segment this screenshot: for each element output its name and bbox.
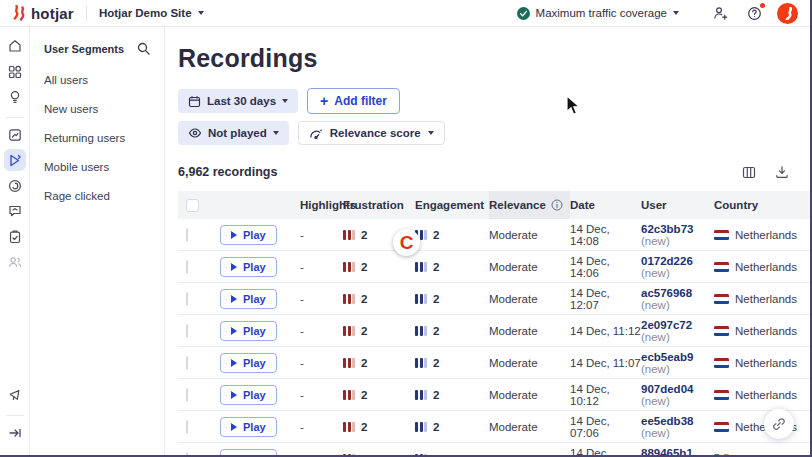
help-button[interactable]	[743, 2, 765, 24]
recordings-icon[interactable]	[4, 149, 26, 171]
frustration-cell: 2	[343, 389, 415, 401]
dashboards-icon[interactable]	[4, 61, 26, 83]
frustration-bars	[343, 262, 355, 272]
info-icon[interactable]	[551, 199, 563, 211]
nav-rail	[0, 27, 30, 455]
header-country[interactable]: Country	[714, 191, 810, 219]
share-link-button[interactable]	[764, 409, 794, 439]
trends-icon[interactable]	[4, 124, 26, 146]
frustration-cell: 2	[343, 293, 415, 305]
user-new-tag: (new)	[641, 395, 670, 407]
header-frustration[interactable]: Frustration	[343, 191, 415, 219]
row-checkbox[interactable]	[186, 388, 188, 402]
select-all-checkbox[interactable]	[186, 199, 199, 212]
user-link[interactable]: 889465b1	[641, 447, 693, 457]
download-icon[interactable]	[772, 162, 792, 182]
sidebar-segment-item[interactable]: New users	[30, 94, 164, 123]
user-new-tag: (new)	[641, 363, 670, 375]
add-filter-button[interactable]: + Add filter	[307, 88, 400, 114]
sidebar-segment-item[interactable]: Mobile users	[30, 152, 164, 181]
sidebar-segment-item[interactable]: Returning users	[30, 123, 164, 152]
brand-name: hotjar	[31, 5, 74, 22]
table-row[interactable]: Play - 2 2 Moderate 14 Dec, 12:07 ac5769…	[178, 283, 810, 315]
search-icon[interactable]	[137, 42, 150, 55]
engagement-cell: 2	[415, 453, 489, 457]
surveys-icon[interactable]	[4, 226, 26, 248]
header-relevance[interactable]: Relevance	[489, 191, 570, 219]
table-row[interactable]: Play - 2 2 Moderate 14 Dec, 07:06 ee5edb…	[178, 411, 810, 443]
user-link[interactable]: 0172d226	[641, 255, 693, 267]
feedback-icon[interactable]	[4, 200, 26, 222]
play-button[interactable]: Play	[220, 353, 277, 373]
avatar[interactable]	[777, 3, 798, 24]
play-button[interactable]: Play	[220, 385, 277, 405]
engagement-bars	[415, 326, 427, 336]
site-selector[interactable]: Hotjar Demo Site	[99, 7, 204, 19]
table-row[interactable]: Play - 2 2 Moderate 14 Dec, 11:12 2e097c…	[178, 315, 810, 347]
sort-by-dropdown[interactable]: Relevance score	[298, 121, 445, 145]
header-user[interactable]: User	[641, 191, 714, 219]
whats-new-icon[interactable]	[4, 384, 26, 406]
column-picker-icon[interactable]	[739, 162, 759, 182]
engagement-cell: 2	[415, 357, 489, 369]
table-row[interactable]: Play - 2 2 Moderate 14 Dec, 14:08 62c3bb…	[178, 219, 810, 251]
play-button[interactable]: Play	[220, 417, 277, 437]
row-checkbox[interactable]	[186, 324, 188, 338]
table-row[interactable]: Play - 2 2 Moderate 14 Dec, 14:06 0172d2…	[178, 251, 810, 283]
header-highlights[interactable]: Highlights	[300, 191, 343, 219]
play-button[interactable]: Play	[220, 321, 277, 341]
play-button[interactable]: Play	[220, 289, 277, 309]
played-state-filter[interactable]: Not played	[178, 121, 289, 145]
row-checkbox[interactable]	[186, 356, 188, 370]
hotjar-logo[interactable]: hotjar	[12, 5, 74, 22]
date-cell: 14 Dec, 11:07	[570, 357, 641, 369]
insights-icon[interactable]	[4, 86, 26, 108]
interviews-icon[interactable]	[4, 251, 26, 273]
header-date[interactable]: Date	[570, 191, 641, 219]
frustration-bars	[343, 294, 355, 304]
row-checkbox[interactable]	[186, 260, 188, 274]
topbar-divider	[86, 6, 87, 21]
user-link[interactable]: ee5edb38	[641, 415, 693, 427]
table-row[interactable]: Play - 2 2 Moderate 14 Dec, 10:12 907ded…	[178, 379, 810, 411]
sidebar-segment-item[interactable]: Rage clicked	[30, 181, 164, 210]
user-link[interactable]: 907ded04	[641, 383, 693, 395]
highlights-cell: -	[300, 325, 343, 337]
user-new-tag: (new)	[641, 267, 670, 279]
relevance-cell: Moderate	[489, 293, 570, 305]
user-cell: 2e097c72 (new)	[641, 319, 714, 343]
table-row[interactable]: Play - 2 2 Moderate 14 Dec, 07:04 889465…	[178, 443, 810, 457]
user-cell: 62c3bb73 (new)	[641, 223, 714, 247]
expand-sidebar-icon[interactable]	[4, 422, 26, 444]
play-button[interactable]: Play	[220, 257, 277, 277]
row-checkbox[interactable]	[186, 228, 188, 242]
table-row[interactable]: Play - 2 2 Moderate 14 Dec, 11:07 ecb5ea…	[178, 347, 810, 379]
user-link[interactable]: 2e097c72	[641, 319, 692, 331]
user-link[interactable]: 62c3bb73	[641, 223, 693, 235]
date-range-filter[interactable]: Last 30 days	[178, 89, 298, 113]
user-link[interactable]: ecb5eab9	[641, 351, 693, 363]
date-cell: 14 Dec, 11:12	[570, 325, 641, 337]
user-new-tag: (new)	[641, 331, 670, 343]
relevance-cell: Moderate	[489, 421, 570, 433]
row-checkbox[interactable]	[186, 452, 188, 457]
traffic-coverage-dropdown[interactable]: Maximum traffic coverage	[517, 7, 679, 20]
home-icon[interactable]	[4, 35, 26, 57]
click-marker: C	[393, 229, 420, 256]
frustration-cell: 2	[343, 421, 415, 433]
row-checkbox[interactable]	[186, 292, 188, 306]
play-icon	[231, 263, 237, 271]
engagement-bars	[415, 294, 427, 304]
user-link[interactable]: ac576968	[641, 287, 692, 299]
eye-icon	[188, 127, 202, 139]
engagement-zones-icon[interactable]	[4, 175, 26, 197]
play-button[interactable]: Play	[220, 225, 277, 245]
header-engagement[interactable]: Engagement	[415, 191, 489, 219]
recordings-count: 6,962 recordings	[178, 165, 277, 179]
row-checkbox[interactable]	[186, 420, 188, 434]
play-button[interactable]: Play	[220, 449, 277, 457]
country-flag	[714, 390, 729, 400]
play-icon	[231, 391, 237, 399]
sidebar-segment-item[interactable]: All users	[30, 65, 164, 94]
invite-user-button[interactable]	[709, 2, 731, 24]
